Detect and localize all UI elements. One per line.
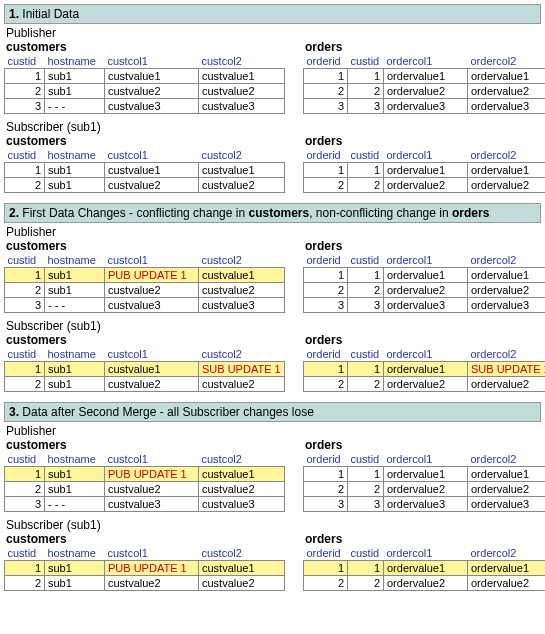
table-row: 22ordervalue2ordervalue2 <box>304 576 546 591</box>
cell-hostname: sub1 <box>45 561 105 576</box>
table-row: 33ordervalue3ordervalue3 <box>304 99 546 114</box>
customers-block: customerscustidhostnamecustcol1custcol21… <box>4 239 285 313</box>
cell-custcol1: custvalue2 <box>105 377 199 392</box>
orders-block: ordersorderidcustidordercol1ordercol211o… <box>303 438 545 512</box>
cell-ordercol1: ordervalue1 <box>384 362 468 377</box>
cell-custcol2: custvalue2 <box>199 482 285 497</box>
cell-custid: 2 <box>5 84 45 99</box>
cell-ordercol1: ordervalue1 <box>384 268 468 283</box>
table-name: customers <box>6 40 285 54</box>
cell-hostname: - - - <box>45 99 105 114</box>
col-header: custcol1 <box>105 148 199 163</box>
cell-custid: 3 <box>5 497 45 512</box>
col-header: hostname <box>45 546 105 561</box>
cell-custcol2: custvalue1 <box>199 163 285 178</box>
table-row: 2sub1custvalue2custvalue2 <box>5 178 285 193</box>
cell-custcol1: custvalue2 <box>105 283 199 298</box>
col-header: custcol1 <box>105 546 199 561</box>
cell-custid: 2 <box>348 178 384 193</box>
tables-row: customerscustidhostnamecustcol1custcol21… <box>4 239 541 313</box>
cell-custid: 2 <box>5 178 45 193</box>
table-row: 22ordervalue2ordervalue2 <box>304 482 546 497</box>
col-header: hostname <box>45 54 105 69</box>
table-name: orders <box>305 40 545 54</box>
cell-orderid: 3 <box>304 497 348 512</box>
cell-ordercol1: ordervalue2 <box>384 84 468 99</box>
col-header: custid <box>348 148 384 163</box>
orders-table: orderidcustidordercol1ordercol211orderva… <box>303 452 545 512</box>
cell-custcol2: custvalue2 <box>199 377 285 392</box>
table-row: 22ordervalue2ordervalue2 <box>304 283 546 298</box>
orders-table: orderidcustidordercol1ordercol211orderva… <box>303 54 545 114</box>
table-row: 33ordervalue3ordervalue3 <box>304 298 546 313</box>
orders-block: ordersorderidcustidordercol1ordercol211o… <box>303 239 545 313</box>
section-title: Data after Second Merge - all Subscriber… <box>22 405 314 419</box>
table-name: customers <box>6 333 285 347</box>
cell-custid: 2 <box>5 482 45 497</box>
cell-ordercol1: ordervalue2 <box>384 576 468 591</box>
table-row: 3- - -custvalue3custvalue3 <box>5 497 285 512</box>
tables-row: customerscustidhostnamecustcol1custcol21… <box>4 40 541 114</box>
table-name: customers <box>6 532 285 546</box>
col-header: hostname <box>45 253 105 268</box>
cell-hostname: sub1 <box>45 576 105 591</box>
cell-hostname: sub1 <box>45 69 105 84</box>
cell-custcol2: custvalue3 <box>199 497 285 512</box>
table-row: 11ordervalue1ordervalue1 <box>304 561 546 576</box>
section-header: 3. Data after Second Merge - all Subscri… <box>4 402 541 422</box>
cell-hostname: sub1 <box>45 377 105 392</box>
cell-ordercol2: ordervalue3 <box>468 99 546 114</box>
cell-custid: 1 <box>348 268 384 283</box>
cell-custcol2: SUB UPDATE 1 <box>199 362 285 377</box>
cell-ordercol2: ordervalue1 <box>468 467 546 482</box>
cell-custcol1: custvalue3 <box>105 497 199 512</box>
tables-row: customerscustidhostnamecustcol1custcol21… <box>4 134 541 193</box>
customers-block: customerscustidhostnamecustcol1custcol21… <box>4 40 285 114</box>
col-header: custcol2 <box>199 452 285 467</box>
role-label: Subscriber (sub1) <box>6 120 541 134</box>
col-header: custid <box>348 253 384 268</box>
cell-custcol2: custvalue1 <box>199 467 285 482</box>
col-header: custcol1 <box>105 253 199 268</box>
col-header: custcol2 <box>199 148 285 163</box>
cell-custid: 2 <box>348 576 384 591</box>
tables-row: customerscustidhostnamecustcol1custcol21… <box>4 438 541 512</box>
table-row: 1sub1PUB UPDATE 1custvalue1 <box>5 467 285 482</box>
col-header: ordercol2 <box>468 347 546 362</box>
role-label: Publisher <box>6 26 541 40</box>
cell-custid: 2 <box>348 84 384 99</box>
customers-table: custidhostnamecustcol1custcol21sub1PUB U… <box>4 253 285 313</box>
cell-ordercol1: ordervalue2 <box>384 377 468 392</box>
col-header: hostname <box>45 148 105 163</box>
cell-custcol1: custvalue2 <box>105 576 199 591</box>
cell-ordercol1: ordervalue3 <box>384 497 468 512</box>
table-name: customers <box>6 134 285 148</box>
table-name: customers <box>6 438 285 452</box>
cell-ordercol2: SUB UPDATE 1 <box>468 362 546 377</box>
cell-ordercol1: ordervalue3 <box>384 298 468 313</box>
cell-custid: 1 <box>5 268 45 283</box>
table-row: 2sub1custvalue2custvalue2 <box>5 576 285 591</box>
cell-custid: 1 <box>5 362 45 377</box>
cell-ordercol2: ordervalue2 <box>468 84 546 99</box>
table-row: 1sub1PUB UPDATE 1custvalue1 <box>5 561 285 576</box>
table-name: orders <box>305 438 545 452</box>
cell-custcol1: custvalue2 <box>105 482 199 497</box>
cell-hostname: sub1 <box>45 84 105 99</box>
table-row: 2sub1custvalue2custvalue2 <box>5 283 285 298</box>
cell-custcol2: custvalue1 <box>199 561 285 576</box>
cell-ordercol2: ordervalue3 <box>468 497 546 512</box>
section-title: First Data Changes - conflicting change … <box>22 206 489 220</box>
cell-custcol1: custvalue3 <box>105 99 199 114</box>
col-header: ordercol1 <box>384 546 468 561</box>
cell-ordercol2: ordervalue2 <box>468 482 546 497</box>
table-row: 2sub1custvalue2custvalue2 <box>5 84 285 99</box>
table-row: 22ordervalue2ordervalue2 <box>304 377 546 392</box>
cell-custid: 1 <box>5 69 45 84</box>
cell-hostname: sub1 <box>45 482 105 497</box>
role-label: Subscriber (sub1) <box>6 518 541 532</box>
cell-hostname: sub1 <box>45 467 105 482</box>
col-header: ordercol1 <box>384 452 468 467</box>
cell-custcol2: custvalue3 <box>199 298 285 313</box>
col-header: ordercol2 <box>468 452 546 467</box>
